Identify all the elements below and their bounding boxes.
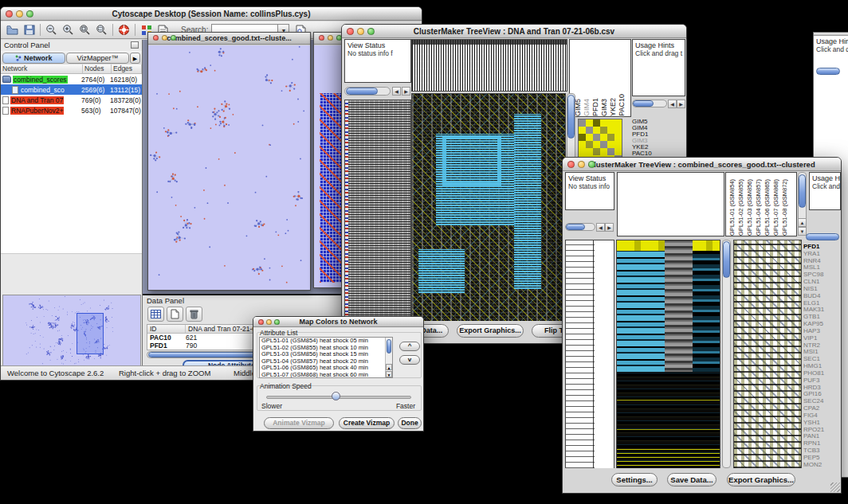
network-list-row[interactable]: combined_sco2569(6)13112(15) — [1, 84, 142, 95]
usage-hints-text: Click and drag t — [633, 49, 685, 57]
row-id: PAC10 — [147, 334, 186, 342]
network-list-row[interactable]: RNAPuberNov2+563(0)107847(0) — [1, 105, 142, 115]
table-icon[interactable] — [147, 307, 164, 322]
status-welcome: Welcome to Cytoscape 2.6.2 — [7, 369, 104, 377]
scrollbar-thumb[interactable] — [723, 241, 730, 278]
global-heatmap[interactable] — [616, 240, 720, 469]
overview-viewport-rect[interactable] — [77, 313, 104, 354]
scrollbar-thumb[interactable] — [566, 224, 585, 230]
minimize-icon[interactable] — [266, 319, 272, 325]
move-up-button[interactable]: ^ — [399, 342, 420, 351]
minimize-icon[interactable] — [357, 28, 364, 35]
zoom-window-icon[interactable] — [274, 319, 280, 325]
scrollbar-thumb[interactable] — [633, 100, 654, 107]
close-icon[interactable] — [347, 28, 354, 35]
done-button[interactable]: Done — [398, 417, 422, 429]
scroll-right-icon[interactable]: ▶ — [677, 100, 685, 108]
zoom-window-icon[interactable] — [367, 28, 375, 35]
close-icon[interactable] — [258, 319, 264, 325]
zoom-window-icon[interactable] — [171, 35, 176, 41]
slider-thumb[interactable] — [332, 392, 340, 400]
zoom-heatmap[interactable] — [733, 240, 802, 469]
animate-vizmap-button[interactable]: Animate Vizmap — [264, 417, 334, 429]
export-graphics-button[interactable]: Export Graphics... — [457, 324, 524, 338]
scroll-right-icon[interactable]: ▶ — [605, 223, 614, 232]
open-icon[interactable] — [4, 22, 21, 37]
scroll-left-icon[interactable]: ◀ — [392, 87, 401, 96]
resize-grip[interactable] — [830, 483, 840, 492]
view-status-title: View Status — [566, 173, 614, 182]
dialog-titlebar[interactable]: Map Colors to Network — [253, 317, 423, 327]
treeview-dna-titlebar[interactable]: ClusterMaker TreeView : DNA and Tran 07-… — [342, 25, 686, 38]
save-data-button[interactable]: Save Data... — [667, 473, 716, 486]
scrollbar-thumb[interactable] — [387, 339, 391, 354]
animation-speed-label: Animation Speed — [260, 382, 312, 390]
scrollbar-thumb[interactable] — [799, 174, 806, 208]
matrix-cell — [607, 148, 614, 155]
scrollbar-thumb[interactable] — [567, 95, 575, 139]
scrollbar-thumb[interactable] — [806, 233, 839, 240]
minimize-icon[interactable] — [578, 161, 585, 168]
row-dendrogram[interactable] — [565, 240, 614, 469]
network-list-row[interactable]: DNA and Tran 07769(0)183728(0) — [1, 95, 142, 105]
scroll-up-icon[interactable]: ▲ — [386, 364, 392, 370]
matrix-cell — [607, 127, 614, 134]
zoom-out-icon[interactable] — [43, 22, 60, 37]
main-window-titlebar[interactable]: Cytoscape Desktop (Session Name: collins… — [1, 7, 422, 21]
global-heatmap[interactable] — [411, 93, 566, 323]
scroll-down-icon[interactable]: ▼ — [798, 227, 807, 236]
attribute-listbox[interactable]: GPL51-01 (GSM854) heat shock 05 minGPL51… — [259, 337, 393, 378]
close-icon[interactable] — [6, 10, 13, 18]
scrollbar-thumb[interactable] — [346, 88, 378, 95]
move-down-button[interactable]: v — [399, 355, 420, 365]
zoom-fit-icon[interactable] — [93, 22, 110, 37]
document-icon — [2, 96, 9, 104]
close-icon[interactable] — [319, 35, 324, 41]
usage-hints-text: Click and drag to — [814, 45, 848, 53]
treeview-combined-titlebar[interactable]: ClusterMaker TreeView : combined_scores_… — [563, 158, 841, 171]
column-dendrogram[interactable] — [411, 39, 567, 92]
delete-attribute-icon[interactable] — [186, 307, 202, 322]
zoom-selected-icon[interactable] — [77, 22, 93, 37]
zoom-window-icon[interactable] — [26, 10, 33, 18]
row-dendrogram[interactable] — [344, 100, 411, 323]
minimize-icon[interactable] — [162, 35, 167, 41]
toolbar-separator — [135, 24, 135, 36]
scroll-down-icon[interactable]: ▼ — [386, 371, 392, 377]
minimize-icon[interactable] — [328, 35, 333, 41]
zoom-window-icon[interactable] — [588, 161, 595, 168]
network-canvas[interactable] — [148, 45, 310, 290]
network-list-row[interactable]: combined_scores2764(0)16218(0) — [1, 74, 142, 84]
scroll-left-icon[interactable]: ◀ — [668, 100, 677, 108]
settings-button[interactable]: Settings... — [611, 473, 658, 486]
save-icon[interactable] — [21, 22, 37, 37]
zoom-in-icon[interactable] — [60, 22, 77, 37]
attribute-list-item[interactable]: GPL51-07 (GSM868) heat shock 60 min — [260, 372, 392, 378]
network-view-titlebar[interactable]: combined_scores_good.txt--cluste... — [148, 33, 310, 45]
matrix-cell — [614, 134, 622, 141]
scrollbar-thumb[interactable] — [816, 68, 840, 75]
export-graphics-button[interactable]: Export Graphics... — [727, 473, 795, 486]
column-dendrogram[interactable] — [617, 172, 724, 236]
network-overview-panel[interactable] — [2, 295, 141, 367]
cyan-cluster-column — [514, 114, 541, 289]
minimize-icon[interactable] — [16, 10, 23, 18]
row-value: 621 — [186, 334, 197, 342]
close-icon[interactable] — [567, 161, 575, 168]
float-panel-icon[interactable] — [131, 41, 139, 49]
tab-vizmapper[interactable]: VizMapper™ — [66, 53, 129, 64]
view-status-text: No status info f — [345, 49, 410, 57]
new-attribute-icon[interactable] — [167, 307, 183, 322]
create-vizmap-button[interactable]: Create Vizmap — [339, 417, 395, 429]
matrix-cell — [607, 134, 614, 141]
close-icon[interactable] — [153, 35, 159, 41]
help-ring-icon[interactable] — [116, 22, 132, 37]
matrix-cell — [600, 134, 607, 141]
tab-network[interactable]: Network — [2, 53, 65, 64]
scroll-left-icon[interactable]: ◀ — [596, 223, 605, 232]
window-controls — [153, 35, 176, 41]
tab-overflow-icon[interactable]: ▶ — [130, 53, 140, 64]
scroll-right-icon[interactable]: ▶ — [402, 87, 410, 96]
scroll-up-icon[interactable]: ▲ — [798, 218, 807, 227]
usage-hints-title: Usage Hi — [810, 173, 840, 182]
